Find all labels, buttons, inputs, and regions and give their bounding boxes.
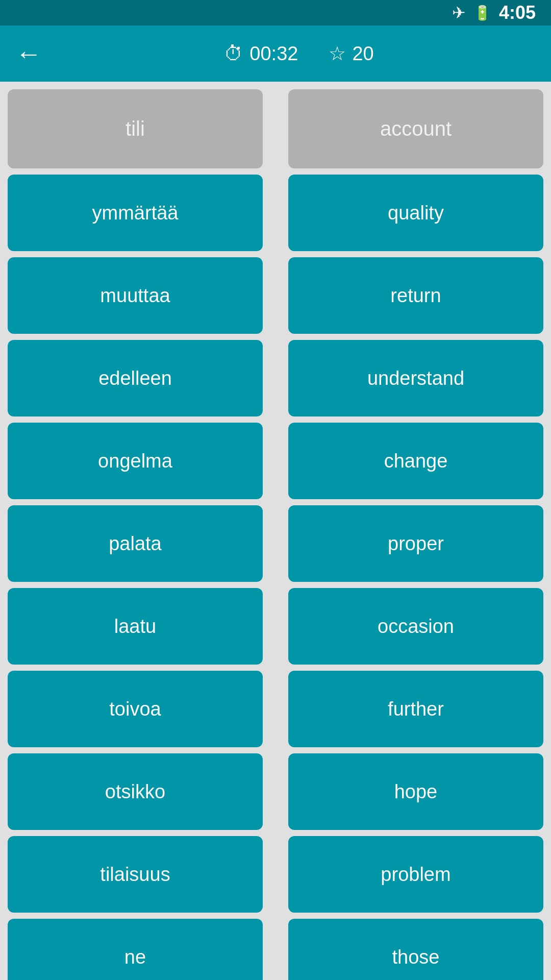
left-word-text: otsikko — [100, 781, 170, 803]
right-word-text: occasion — [372, 616, 459, 638]
right-word-text: proper — [383, 533, 449, 555]
right-header-text: account — [375, 117, 457, 140]
status-icons: ✈ 🔋 4:05 — [452, 2, 536, 23]
right-word-text: understand — [362, 368, 469, 389]
timer-value: 00:32 — [249, 43, 298, 65]
back-button[interactable]: ← — [15, 40, 42, 67]
left-word-text: ymmärtää — [87, 202, 184, 224]
left-word-card[interactable]: ne — [8, 919, 263, 980]
left-word-card[interactable]: palata — [8, 505, 263, 582]
left-word-text: laatu — [109, 616, 161, 638]
left-header-card: tili — [8, 89, 263, 168]
clock-icon: ⏱ — [224, 43, 243, 65]
right-word-text: hope — [389, 781, 443, 803]
left-word-text: edelleen — [93, 368, 177, 389]
right-word-card[interactable]: return — [288, 257, 543, 334]
right-word-card[interactable]: proper — [288, 505, 543, 582]
right-word-card[interactable]: hope — [288, 753, 543, 830]
right-word-card[interactable]: understand — [288, 340, 543, 416]
battery-icon: 🔋 — [473, 5, 491, 21]
right-word-text: those — [387, 946, 445, 968]
column-divider — [270, 89, 281, 980]
right-header-card: account — [288, 89, 543, 168]
right-word-text: change — [379, 450, 453, 472]
left-word-card[interactable]: ongelma — [8, 423, 263, 499]
right-word-card[interactable]: change — [288, 423, 543, 499]
nav-bar: ← ⏱ 00:32 ☆ 20 — [0, 26, 551, 82]
left-word-card[interactable]: otsikko — [8, 753, 263, 830]
nav-info: ⏱ 00:32 ☆ 20 — [62, 42, 536, 65]
left-word-card[interactable]: laatu — [8, 588, 263, 665]
left-word-text: toivoa — [104, 698, 166, 720]
word-grid: tili ymmärtäämuuttaaedelleenongelmapalat… — [0, 82, 551, 980]
left-word-text: ne — [119, 946, 151, 968]
right-word-card[interactable]: those — [288, 919, 543, 980]
right-column: account qualityreturnunderstandchangepro… — [281, 89, 551, 980]
left-word-card[interactable]: tilaisuus — [8, 836, 263, 913]
left-column: tili ymmärtäämuuttaaedelleenongelmapalat… — [0, 89, 270, 980]
left-word-text: muuttaa — [95, 285, 175, 307]
left-word-card[interactable]: edelleen — [8, 340, 263, 416]
right-word-text: quality — [383, 202, 449, 224]
left-word-card[interactable]: toivoa — [8, 671, 263, 747]
left-header-text: tili — [120, 117, 150, 140]
right-word-text: return — [385, 285, 446, 307]
right-word-card[interactable]: occasion — [288, 588, 543, 665]
left-word-card[interactable]: ymmärtää — [8, 175, 263, 251]
right-word-card[interactable]: quality — [288, 175, 543, 251]
plane-icon: ✈ — [452, 3, 466, 22]
status-time: 4:05 — [499, 2, 536, 23]
right-word-text: problem — [375, 864, 456, 886]
left-word-text: ongelma — [93, 450, 178, 472]
right-word-card[interactable]: problem — [288, 836, 543, 913]
star-icon: ☆ — [329, 42, 346, 65]
stars-display: ☆ 20 — [329, 42, 373, 65]
status-bar: ✈ 🔋 4:05 — [0, 0, 551, 26]
right-word-card[interactable]: further — [288, 671, 543, 747]
right-word-text: further — [383, 698, 449, 720]
left-word-text: palata — [104, 533, 167, 555]
stars-value: 20 — [352, 43, 373, 65]
left-word-text: tilaisuus — [95, 864, 175, 886]
left-word-card[interactable]: muuttaa — [8, 257, 263, 334]
timer-display: ⏱ 00:32 — [224, 43, 298, 65]
